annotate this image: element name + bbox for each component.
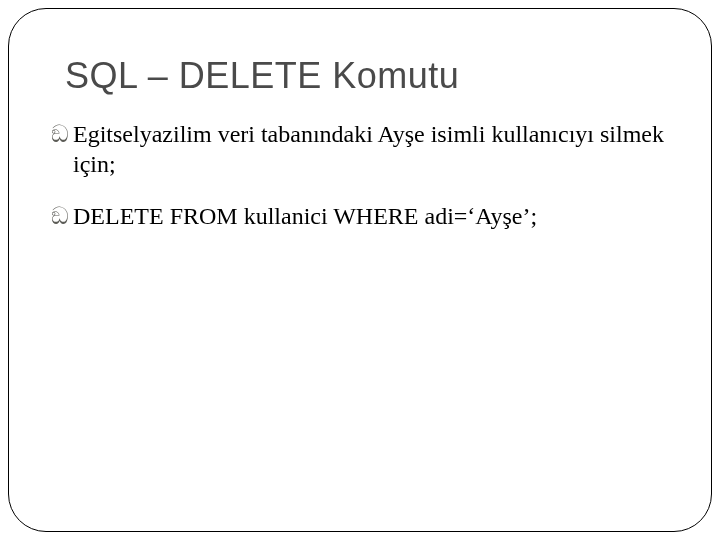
bullet-item: ඞ DELETE FROM kullanici WHERE adi=‘Ayşe’…: [51, 201, 669, 231]
bullet-glyph-icon: ඞ: [51, 201, 73, 230]
bullet-text: DELETE FROM kullanici WHERE adi=‘Ayşe’;: [73, 201, 669, 231]
slide-title: SQL – DELETE Komutu: [65, 55, 673, 97]
slide-body: ඞ Egitselyazilim veri tabanındaki Ayşe i…: [51, 119, 669, 231]
slide: SQL – DELETE Komutu ඞ Egitselyazilim ver…: [0, 0, 720, 540]
bullet-item: ඞ Egitselyazilim veri tabanındaki Ayşe i…: [51, 119, 669, 179]
bullet-glyph-icon: ඞ: [51, 119, 73, 148]
slide-frame: SQL – DELETE Komutu ඞ Egitselyazilim ver…: [8, 8, 712, 532]
bullet-text: Egitselyazilim veri tabanındaki Ayşe isi…: [73, 119, 669, 179]
